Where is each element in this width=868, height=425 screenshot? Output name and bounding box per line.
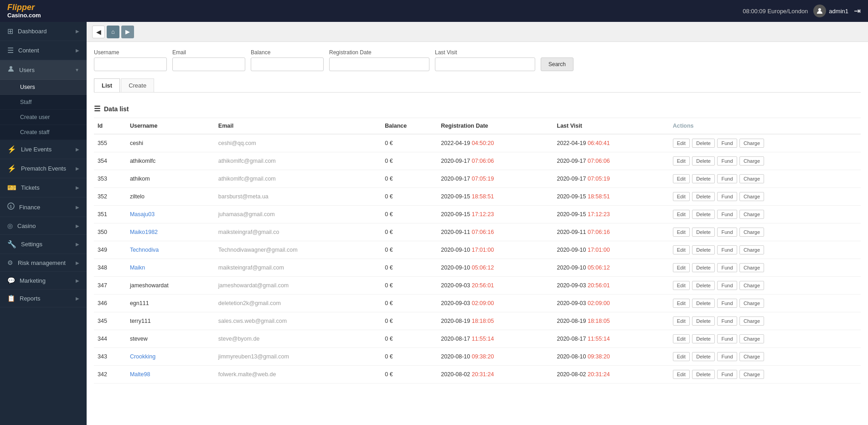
fund-button[interactable]: Fund <box>717 263 737 272</box>
edit-button[interactable]: Edit <box>673 192 690 201</box>
fund-button[interactable]: Fund <box>717 370 737 379</box>
edit-button[interactable]: Edit <box>673 263 690 272</box>
charge-button[interactable]: Charge <box>739 299 764 308</box>
charge-button[interactable]: Charge <box>739 245 764 254</box>
charge-button[interactable]: Charge <box>739 334 764 343</box>
edit-button[interactable]: Edit <box>673 156 690 166</box>
table-row: 354 athikomlfc athikomlfc@gmail.com 0 € … <box>94 152 861 170</box>
charge-button[interactable]: Charge <box>739 281 764 290</box>
balance-input[interactable] <box>251 57 324 71</box>
cell-balance: 0 € <box>381 259 437 277</box>
charge-button[interactable]: Charge <box>739 139 764 148</box>
sidebar-item-tickets[interactable]: 🎫 Tickets ▶ <box>0 178 87 197</box>
cell-username: Maikn <box>126 259 215 277</box>
charge-button[interactable]: Charge <box>739 210 764 219</box>
sidebar-toggle-button[interactable]: ◀ <box>92 26 105 38</box>
sidebar-item-create-staff[interactable]: Create staff <box>0 125 87 140</box>
fund-button[interactable]: Fund <box>717 245 737 254</box>
cell-balance: 0 € <box>381 206 437 223</box>
delete-button[interactable]: Delete <box>692 299 715 308</box>
fund-button[interactable]: Fund <box>717 156 737 166</box>
fund-button[interactable]: Fund <box>717 299 737 308</box>
email-label: Email <box>172 49 245 56</box>
charge-button[interactable]: Charge <box>739 228 764 237</box>
delete-button[interactable]: Delete <box>692 370 715 379</box>
delete-button[interactable]: Delete <box>692 139 715 148</box>
cell-actions: Edit Delete Fund Charge <box>669 134 861 152</box>
breadcrumb-next-button[interactable]: ▶ <box>121 26 134 38</box>
tab-list[interactable]: List <box>94 78 120 92</box>
edit-button[interactable]: Edit <box>673 228 690 237</box>
delete-button[interactable]: Delete <box>692 245 715 254</box>
fund-button[interactable]: Fund <box>717 228 737 237</box>
sidebar-item-live-events[interactable]: ⚡ Live Events ▶ <box>0 140 87 159</box>
delete-button[interactable]: Delete <box>692 210 715 219</box>
sidebar-item-prematch-events[interactable]: ⚡ Prematch Events ▶ <box>0 159 87 178</box>
delete-button[interactable]: Delete <box>692 192 715 201</box>
live-events-icon: ⚡ <box>7 145 16 154</box>
sidebar-item-users[interactable]: Users ▼ <box>0 60 87 80</box>
edit-button[interactable]: Edit <box>673 316 690 326</box>
fund-button[interactable]: Fund <box>717 352 737 361</box>
edit-button[interactable]: Edit <box>673 245 690 254</box>
last-visit-input[interactable] <box>435 57 535 71</box>
sidebar-item-casino[interactable]: ◎ Casino ▶ <box>0 217 87 235</box>
edit-button[interactable]: Edit <box>673 334 690 343</box>
sidebar-label-finance: Finance <box>19 204 40 211</box>
email-input[interactable] <box>172 57 245 71</box>
chevron-right-icon: ▶ <box>76 166 79 171</box>
fund-button[interactable]: Fund <box>717 139 737 148</box>
sidebar-item-create-user[interactable]: Create user <box>0 110 87 125</box>
edit-button[interactable]: Edit <box>673 370 690 379</box>
sidebar-item-settings[interactable]: 🔧 Settings ▶ <box>0 235 87 254</box>
logout-icon[interactable]: ⇥ <box>854 6 861 16</box>
registration-date-input[interactable] <box>329 57 429 71</box>
chevron-right-icon: ▶ <box>125 28 130 35</box>
sidebar-item-dashboard[interactable]: ⊞ Dashboard ▶ <box>0 22 87 41</box>
sidebar-item-reports[interactable]: 📋 Reports ▶ <box>0 290 87 307</box>
fund-button[interactable]: Fund <box>717 192 737 201</box>
fund-button[interactable]: Fund <box>717 334 737 343</box>
fund-button[interactable]: Fund <box>717 174 737 183</box>
charge-button[interactable]: Charge <box>739 316 764 326</box>
sidebar-item-users-list[interactable]: Users <box>0 80 87 95</box>
edit-button[interactable]: Edit <box>673 210 690 219</box>
delete-button[interactable]: Delete <box>692 281 715 290</box>
fund-button[interactable]: Fund <box>717 210 737 219</box>
delete-button[interactable]: Delete <box>692 156 715 166</box>
sidebar-item-risk-management[interactable]: ⚙ Risk management ▶ <box>0 254 87 272</box>
fund-button[interactable]: Fund <box>717 316 737 326</box>
delete-button[interactable]: Delete <box>692 263 715 272</box>
delete-button[interactable]: Delete <box>692 174 715 183</box>
edit-button[interactable]: Edit <box>673 281 690 290</box>
cell-balance: 0 € <box>381 134 437 152</box>
edit-button[interactable]: Edit <box>673 139 690 148</box>
charge-button[interactable]: Charge <box>739 370 764 379</box>
charge-button[interactable]: Charge <box>739 352 764 361</box>
tab-create[interactable]: Create <box>121 78 154 92</box>
list-icon: ☰ <box>94 104 100 113</box>
breadcrumb-home-button[interactable]: ⌂ <box>107 26 119 38</box>
charge-button[interactable]: Charge <box>739 263 764 272</box>
table-row: 353 athikom athikomlfc@gmail.com 0 € 202… <box>94 170 861 188</box>
search-button[interactable]: Search <box>541 57 574 71</box>
charge-button[interactable]: Charge <box>739 156 764 166</box>
fund-button[interactable]: Fund <box>717 281 737 290</box>
delete-button[interactable]: Delete <box>692 334 715 343</box>
sidebar-item-marketing[interactable]: 💬 Marketing ▶ <box>0 272 87 290</box>
charge-button[interactable]: Charge <box>739 192 764 201</box>
delete-button[interactable]: Delete <box>692 228 715 237</box>
delete-button[interactable]: Delete <box>692 352 715 361</box>
username-input[interactable] <box>94 57 167 71</box>
sidebar-item-content[interactable]: ☰ Content ▶ <box>0 41 87 60</box>
cell-last-visit: 2020-09-03 20:56:01 <box>553 277 669 295</box>
edit-button[interactable]: Edit <box>673 352 690 361</box>
edit-button[interactable]: Edit <box>673 299 690 308</box>
edit-button[interactable]: Edit <box>673 174 690 183</box>
delete-button[interactable]: Delete <box>692 316 715 326</box>
sidebar-item-finance[interactable]: $ Finance ▶ <box>0 197 87 217</box>
charge-button[interactable]: Charge <box>739 174 764 183</box>
sidebar-item-staff[interactable]: Staff <box>0 95 87 110</box>
users-table: Id Username Email Balance Registration D… <box>94 118 861 384</box>
cell-id: 344 <box>94 330 126 348</box>
